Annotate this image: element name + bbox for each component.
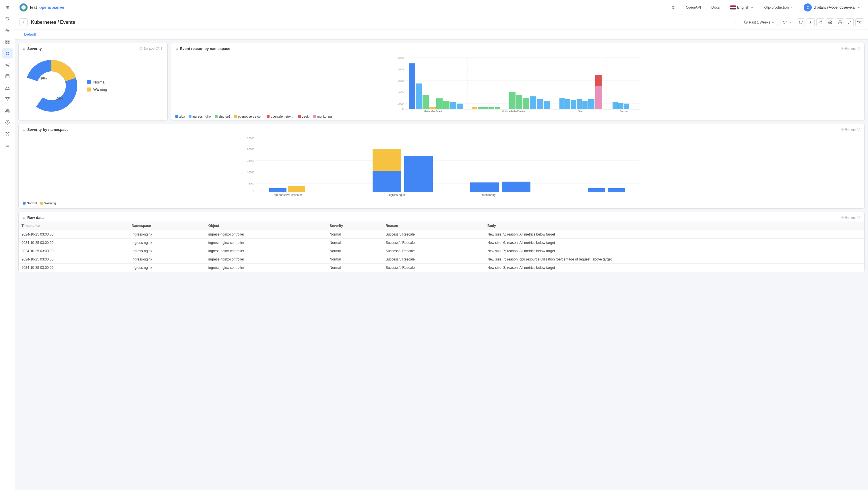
svg-rect-76	[409, 63, 415, 109]
add-panel-button[interactable]: +	[731, 19, 739, 26]
chevron-down-icon-org	[790, 6, 794, 9]
archive-button[interactable]	[856, 19, 863, 26]
refresh-event-icon[interactable]	[857, 47, 860, 50]
print-button[interactable]	[836, 19, 844, 26]
sev-normal-dot	[23, 202, 26, 204]
refresh-button[interactable]	[797, 19, 805, 26]
col-reason: Reason	[383, 222, 485, 230]
severity-body: 20% 80% Normal Warning	[19, 53, 167, 120]
svg-rect-88	[484, 107, 489, 109]
sidebar-item-reports[interactable]	[2, 71, 12, 81]
chevron-down-icon-user	[857, 6, 861, 9]
event-drag-handle[interactable]: ⠿	[175, 46, 178, 51]
sidebar-item-share[interactable]	[2, 60, 12, 70]
back-button[interactable]	[20, 19, 28, 26]
svg-rect-3	[8, 40, 9, 42]
svg-text:Sync: Sync	[578, 110, 584, 112]
raw-drag[interactable]: ⠿	[23, 215, 26, 220]
time-range-picker[interactable]: Past 1 Weeks	[741, 19, 778, 26]
sidebar-item-filter[interactable]	[2, 94, 12, 104]
cell-namespace: ingress-nginx	[129, 255, 206, 264]
language-selector[interactable]: English	[727, 4, 757, 11]
col-body: Body	[485, 222, 864, 230]
severity-meta: 6m ago	[140, 47, 163, 50]
openapi-button[interactable]: OpenAPI	[683, 4, 704, 11]
sidebar-item-dashboards[interactable]	[2, 48, 12, 59]
severity-ns-meta: 6m ago	[841, 128, 860, 131]
more-icon[interactable]	[160, 47, 163, 50]
flag-icon	[730, 5, 736, 9]
sidebar-item-settings[interactable]	[2, 117, 12, 127]
docs-button[interactable]: Docs	[708, 4, 723, 11]
svg-rect-92	[516, 95, 522, 109]
panels-row-3: ⠿ Raw data 6m ago Timestamp	[19, 212, 865, 276]
org-selector[interactable]: otlp-production	[761, 4, 796, 11]
svg-rect-137	[608, 188, 625, 192]
cell-timestamp: 2024-10-25 03:00:00	[19, 255, 129, 264]
svg-text:20000: 20000	[247, 148, 254, 151]
svg-point-62	[37, 71, 66, 100]
raw-data-title: Raw data	[27, 216, 839, 220]
svg-rect-99	[559, 98, 565, 109]
sidebar-item-metrics[interactable]	[2, 25, 12, 36]
refresh-ns-icon[interactable]	[857, 128, 860, 131]
svg-line-42	[675, 6, 675, 6]
dashboard: ⠿ Severity 6m ago	[15, 40, 868, 490]
page-title: Kubernetes / Events	[31, 20, 727, 25]
sidebar-item-search[interactable]	[2, 14, 12, 24]
sidebar-item-alerts[interactable]	[2, 83, 12, 93]
sev-ns-drag[interactable]: ⠿	[23, 127, 26, 132]
col-namespace: Namespace	[129, 222, 206, 230]
svg-point-0	[6, 17, 9, 20]
svg-rect-11	[6, 74, 9, 78]
svg-text:FailedGetScale: FailedGetScale	[424, 110, 442, 112]
cell-reason: SuccessfulRescale	[383, 247, 485, 255]
svg-point-18	[7, 133, 8, 134]
drag-handle[interactable]: ⠿	[23, 46, 26, 51]
col-timestamp: Timestamp	[19, 222, 129, 230]
svg-point-7	[6, 64, 7, 65]
cell-body: New size: 7; reason: All metrics below t…	[485, 247, 864, 255]
refresh-raw-icon[interactable]	[857, 216, 860, 219]
donut-chart: 20% 80%	[23, 57, 80, 115]
svg-rect-95	[537, 99, 543, 109]
severity-legend: Normal Warning	[87, 80, 107, 92]
download-button[interactable]	[807, 19, 815, 26]
chevron-down-icon-time	[771, 21, 775, 24]
cell-reason: SuccessfulRescale	[383, 264, 485, 272]
svg-point-21	[6, 135, 7, 135]
svg-rect-79	[429, 107, 436, 109]
raw-data-body: Timestamp Namespace Object Severity Reas…	[19, 222, 864, 272]
sidebar-item-dashboard-panel[interactable]	[2, 37, 12, 47]
svg-text:0: 0	[402, 107, 404, 110]
sidebar-item-users[interactable]	[2, 105, 12, 116]
share-button[interactable]	[816, 19, 825, 26]
cell-namespace: ingress-nginx	[129, 247, 206, 255]
sidebar-item-home[interactable]: ⊞	[2, 2, 12, 12]
svg-rect-129	[373, 149, 401, 171]
svg-rect-83	[457, 104, 463, 109]
table-row: 2024-10-25 03:00:00 ingress-nginx ingres…	[19, 255, 864, 264]
severity-ns-title: Severity by namespace	[27, 127, 839, 132]
svg-line-10	[7, 64, 8, 65]
user-menu[interactable]: C chaitanya@openobserve.ai	[801, 2, 863, 13]
page-header: Kubernetes / Events + Past 1 Weeks Off	[15, 15, 868, 30]
svg-rect-106	[595, 75, 601, 86]
svg-rect-81	[443, 101, 450, 109]
refresh-small-icon[interactable]	[155, 47, 159, 50]
event-reason-meta: 6m ago	[841, 47, 860, 50]
svg-rect-104	[588, 99, 594, 109]
svg-rect-96	[544, 101, 550, 109]
sun-icon[interactable]	[668, 4, 678, 11]
chevron-down-icon	[750, 6, 754, 9]
tab-default[interactable]: Default	[20, 30, 40, 39]
severity-ns-legend: Normal Warning	[23, 200, 860, 205]
settings-button[interactable]	[826, 19, 834, 26]
event-reason-legend: ziox ingress-nginx zinc-cp1	[175, 113, 860, 118]
sidebar-item-integrations[interactable]	[2, 129, 12, 139]
refresh-toggle[interactable]: Off	[780, 19, 795, 26]
sidebar-item-menu[interactable]	[2, 140, 12, 150]
fullscreen-button[interactable]	[846, 19, 854, 26]
otel-dot	[267, 115, 270, 118]
cell-timestamp: 2024-10-25 03:00:00	[19, 264, 129, 272]
